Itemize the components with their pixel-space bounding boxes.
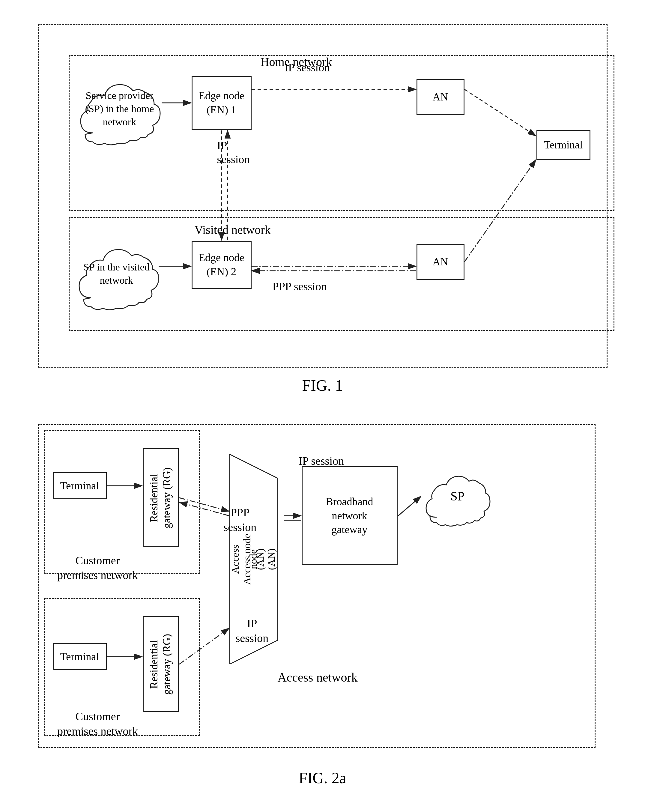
sp-label: SP — [450, 488, 465, 505]
ppp-session-label: PPP session — [273, 280, 327, 293]
an-visited-box: AN — [416, 244, 465, 280]
sp-visited-label: SP in the visited network — [83, 261, 149, 287]
fig1-inner: Home network Visited network Service pro… — [57, 43, 602, 349]
terminal-box: Terminal — [537, 130, 590, 160]
rg-top-box: Residentialgateway (RG) — [143, 448, 179, 547]
sp-cloud: SP — [422, 463, 494, 529]
an-visited-label: AN — [433, 255, 448, 269]
ip-session-mid-label: IPsession — [217, 139, 250, 166]
visited-network-label: Visited network — [195, 223, 271, 237]
en1-box: Edge node (EN) 1 — [192, 76, 252, 130]
terminal-bottom-box: Terminal — [53, 643, 107, 670]
access-node-label: Access node(AN) — [240, 534, 267, 585]
customer-premises-top-label: Customer premises network — [53, 553, 143, 583]
rg-top-label: Residentialgateway (RG) — [148, 467, 173, 528]
terminal-bottom-label: Terminal — [60, 650, 99, 664]
bng-label: Broadband network gateway — [326, 495, 373, 537]
an-home-label: AN — [433, 90, 448, 104]
ppp-session-label: PPP session — [224, 505, 257, 535]
customer-premises-bottom-label: Customer premises network — [53, 709, 143, 739]
en2-label: Edge node (EN) 2 — [198, 251, 244, 279]
terminal-label: Terminal — [544, 138, 582, 152]
fig2-inner: Customer premises network Customer premi… — [38, 424, 607, 760]
svg-text:Access: Access — [230, 545, 241, 574]
sp-home-label: Service provider (SP) in the home networ… — [85, 89, 154, 129]
ip-session-top-label: IP session — [285, 61, 330, 74]
fig2-wrapper: Customer premises network Customer premi… — [38, 424, 607, 760]
en2-box: Edge node (EN) 2 — [192, 241, 252, 289]
ip-session-top-label: IP session — [299, 454, 344, 467]
fig2a-label: FIG. 2a — [299, 769, 346, 787]
rg-bottom-box: Residentialgateway (RG) — [143, 616, 179, 712]
ip-session-bottom-label: IP session — [236, 616, 269, 646]
en1-label: Edge node (EN) 1 — [198, 89, 244, 117]
figure-1-container: Home network Visited network Service pro… — [24, 18, 621, 394]
bng-box: Broadband network gateway — [302, 466, 398, 565]
access-network-label: Access network — [278, 670, 358, 685]
fig1-wrapper: Home network Visited network Service pro… — [38, 24, 607, 368]
svg-text:(AN): (AN) — [266, 548, 277, 570]
terminal-top-label: Terminal — [60, 479, 99, 493]
terminal-top-box: Terminal — [53, 472, 107, 499]
an-home-box: AN — [416, 79, 465, 115]
sp-home-cloud: Service provider (SP) in the home networ… — [75, 67, 165, 151]
fig1-label: FIG. 1 — [302, 377, 343, 394]
sp-visited-cloud: SP in the visited network — [75, 235, 159, 313]
rg-bottom-label: Residentialgateway (RG) — [148, 634, 173, 695]
figure-2a-container: Customer premises network Customer premi… — [24, 418, 621, 787]
